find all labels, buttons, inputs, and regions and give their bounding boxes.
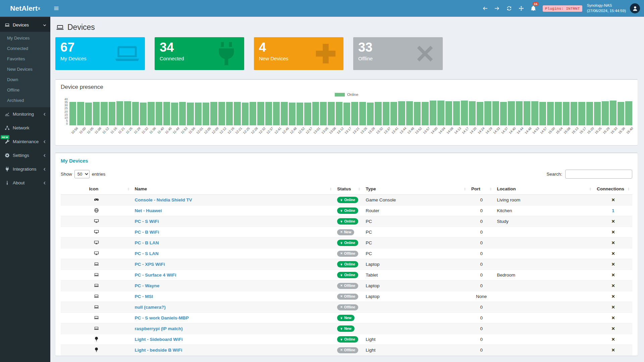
device-name-link[interactable]: Console - Nvidia Shield TV <box>135 197 192 202</box>
chart-bar <box>281 102 287 125</box>
column-header-type[interactable]: Type <box>363 183 469 195</box>
stat-card-connected[interactable]: 34 Connected <box>155 37 244 70</box>
no-connections-icon[interactable]: ✕ <box>611 305 615 310</box>
my-devices-panel: My Devices Show 50 entries Search: <box>55 153 638 356</box>
x-tick: 11:49 <box>171 126 179 142</box>
no-connections-icon[interactable]: ✕ <box>611 337 615 342</box>
plugins-status-badge[interactable]: Plugins: INTRNT <box>543 5 582 12</box>
back-button[interactable] <box>479 0 491 17</box>
sidebar-subitem-connected[interactable]: Connected <box>0 43 50 54</box>
devices-table: IconNameStatusTypePortLocationConnection… <box>61 183 632 356</box>
sidebar-item-maintenance[interactable]: NEWMaintenance <box>0 135 50 148</box>
connections-link[interactable]: 1 <box>612 208 614 213</box>
chart-bar <box>531 101 538 125</box>
no-connections-icon[interactable]: ✕ <box>611 294 615 299</box>
app-logo[interactable]: NetAlertx <box>0 0 50 17</box>
stat-card-my-devices[interactable]: 67 My Devices <box>55 37 145 70</box>
x-tick: 15:25 <box>593 126 601 142</box>
chart-bar <box>101 102 107 125</box>
column-header-name[interactable]: Name <box>132 183 335 195</box>
laptop-icon <box>94 304 99 309</box>
stat-card-offline[interactable]: 33 Offline <box>353 37 443 70</box>
no-connections-icon[interactable]: ✕ <box>611 273 615 278</box>
device-name-link[interactable]: PC - MSI <box>135 294 153 299</box>
device-name-link[interactable]: Light - Sideboard WiFi <box>135 337 183 342</box>
status-badge: ✕Offline <box>337 347 358 353</box>
no-connections-icon[interactable]: ✕ <box>611 283 615 288</box>
no-connections-icon[interactable]: ✕ <box>611 315 615 320</box>
x-tick: 11:16 <box>109 126 116 142</box>
device-connections: ✕ <box>594 323 632 334</box>
device-port: 0 <box>469 227 494 238</box>
sidebar-item-monitoring[interactable]: Monitoring <box>0 107 50 121</box>
search-input[interactable] <box>565 170 632 179</box>
column-header-icon[interactable]: Icon <box>61 183 132 195</box>
move-button[interactable] <box>515 0 527 17</box>
sidebar-subitem-new-devices[interactable]: New Devices <box>0 64 50 74</box>
no-connections-icon[interactable]: ✕ <box>611 326 615 331</box>
device-name-link[interactable]: PC - XPS WiFi <box>135 262 165 267</box>
forward-button[interactable] <box>491 0 503 17</box>
device-name-link[interactable]: PC - Surface 4 WiFi <box>135 273 176 278</box>
device-name-link[interactable]: null (camera?) <box>135 305 166 310</box>
x-tick: 14:37 <box>499 126 507 142</box>
sidebar-toggle-button[interactable] <box>50 0 62 17</box>
page-length-select[interactable]: 50 <box>74 170 90 178</box>
device-name-link[interactable]: PC - S WiFi <box>135 219 159 224</box>
sidebar-subitem-archived[interactable]: Archived <box>0 95 50 106</box>
no-connections-icon[interactable]: ✕ <box>611 348 615 353</box>
app-logo-sup: x <box>38 6 40 11</box>
device-type: Laptop <box>363 281 469 291</box>
user-icon <box>632 6 638 11</box>
sidebar-item-about[interactable]: About <box>0 176 50 190</box>
chart-x-labels: 10:5611:0011:0511:0811:1211:1611:2111:25… <box>69 126 632 142</box>
no-connections-icon[interactable]: ✕ <box>611 230 615 235</box>
sidebar-subitem-offline[interactable]: Offline <box>0 85 50 95</box>
device-name-link[interactable]: PC - B WiFi <box>135 230 159 235</box>
no-connections-icon[interactable]: ✕ <box>611 262 615 267</box>
presence-panel-title: Device presence <box>61 84 632 90</box>
device-name-link[interactable]: PC - S work Daniels-MBP <box>135 315 189 320</box>
device-name-link[interactable]: Net - Huawei <box>135 208 162 213</box>
device-row: PC - Surface 4 WiFi Online Tablet 0 Bedr… <box>61 270 632 281</box>
device-name-link[interactable]: PC - S LAN <box>135 251 159 256</box>
device-port: 0 <box>469 323 494 334</box>
sidebar-subitem-my-devices[interactable]: My Devices <box>0 33 50 43</box>
status-badge: ✕Offline <box>337 251 358 257</box>
sidebar-item-devices[interactable]: Devices <box>0 18 50 32</box>
device-name-link[interactable]: raspberrypi (IP match) <box>135 326 183 331</box>
device-name-link[interactable]: PC - B LAN <box>135 240 159 245</box>
column-header-port[interactable]: Port <box>469 183 494 195</box>
plug-icon <box>340 338 343 341</box>
desktop-icon <box>94 229 99 234</box>
chart-bar <box>414 102 421 125</box>
no-connections-icon[interactable]: ✕ <box>611 251 615 256</box>
table-controls: Show 50 entries Search: <box>61 170 632 179</box>
chart-bar <box>250 102 256 125</box>
column-header-connections[interactable]: Connections <box>594 183 632 195</box>
sidebar-item-settings[interactable]: Settings <box>0 148 50 162</box>
device-name-link[interactable]: PC - Wayne <box>135 283 160 288</box>
notifications-button[interactable]: 15 <box>527 0 539 17</box>
refresh-button[interactable] <box>503 0 515 17</box>
sidebar-item-integrations[interactable]: Integrations <box>0 162 50 176</box>
status-badge: Online <box>337 261 358 267</box>
sidebar-subitem-down[interactable]: Down <box>0 74 50 85</box>
no-connections-icon[interactable]: ✕ <box>611 219 615 224</box>
no-connections-icon[interactable]: ✕ <box>611 240 615 245</box>
chart-bar <box>375 102 381 125</box>
sidebar-item-network[interactable]: Network <box>0 121 50 135</box>
sidebar-subitem-favorites[interactable]: Favorites <box>0 54 50 64</box>
no-connections-icon[interactable]: ✕ <box>611 197 615 202</box>
x-tick: 14:24 <box>476 126 484 142</box>
column-header-status[interactable]: Status <box>334 183 363 195</box>
x-tick: 12:48 <box>288 126 296 142</box>
chart-bar <box>351 102 358 125</box>
device-name-link[interactable]: Light - bedside B WiFi <box>135 348 182 353</box>
column-header-location[interactable]: Location <box>494 183 594 195</box>
network-icon <box>5 125 10 130</box>
stat-card-new-devices[interactable]: 4 New Devices <box>254 37 343 70</box>
user-avatar[interactable] <box>630 3 640 13</box>
chart-bar <box>109 102 115 125</box>
chart-bar <box>304 103 311 125</box>
